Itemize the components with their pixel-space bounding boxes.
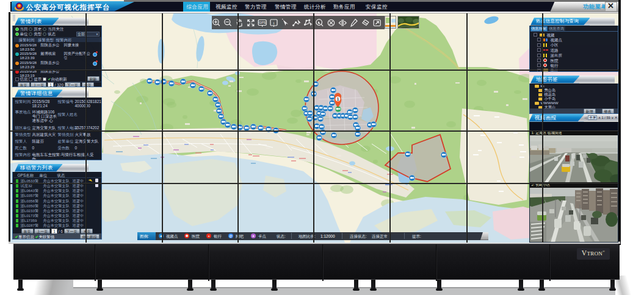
svg-text:GPS: GPS bbox=[258, 21, 266, 24]
svg-text:i: i bbox=[273, 20, 274, 25]
svg-text:1: 1 bbox=[337, 97, 339, 101]
